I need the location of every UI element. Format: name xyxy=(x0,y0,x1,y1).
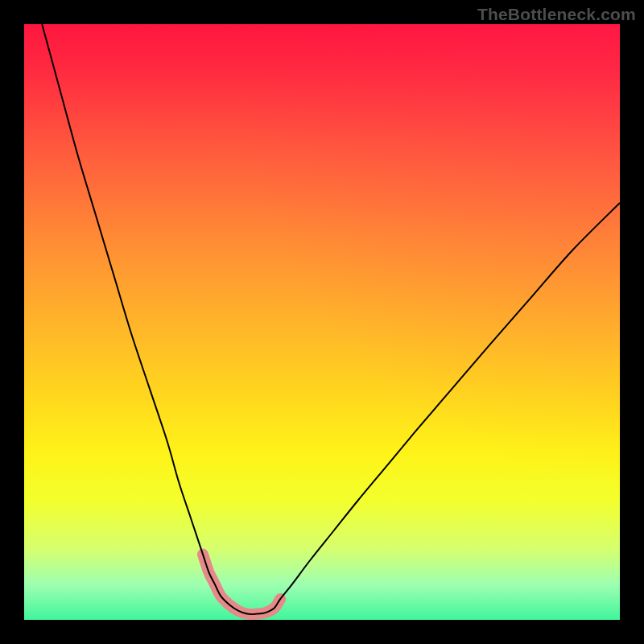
watermark-text: TheBottleneck.com xyxy=(477,5,636,24)
plot-area xyxy=(24,24,620,620)
bottleneck-curve xyxy=(42,24,620,614)
chart-frame: TheBottleneck.com xyxy=(0,0,644,644)
curve-layer xyxy=(24,24,620,620)
